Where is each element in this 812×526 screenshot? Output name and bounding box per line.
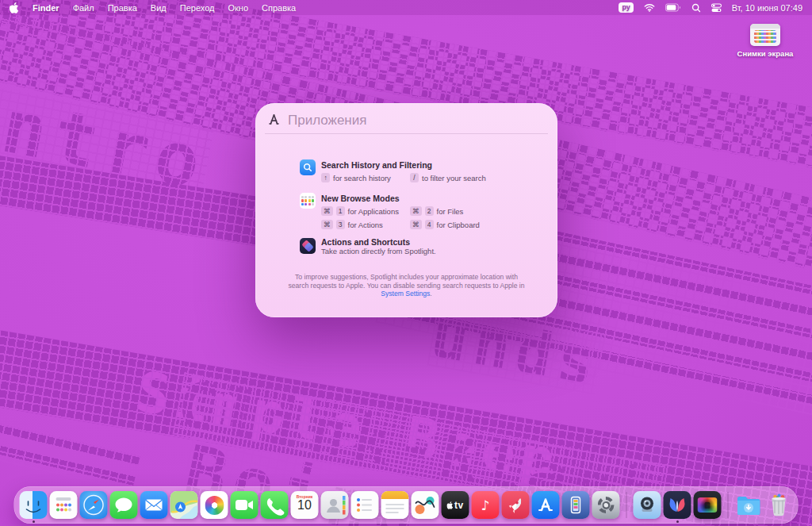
control-center-icon[interactable] [711,3,722,13]
dock-calendar-icon[interactable]: Вторник 10 [291,491,319,519]
dock-system-settings-icon[interactable] [592,491,620,519]
dock-facetime-icon[interactable] [231,491,259,519]
tip1-shortcut1: ↑ for search history [321,173,391,182]
menu-item-help[interactable]: Справка [262,3,296,13]
dock: Вторник 10 tv ♪ [14,486,799,524]
tip3-title: Actions and Shortcuts [321,237,410,247]
system-settings-link[interactable]: System Settings [381,290,430,298]
dock-graphics-app-icon[interactable] [664,491,691,519]
cmd-key: ⌘ [321,206,333,216]
dock-iphone-mirroring-icon[interactable] [562,491,590,519]
search-tip-icon [300,159,316,175]
cmd-key: ⌘ [410,206,422,216]
screenshots-stack[interactable]: Снимки экрана [730,24,801,58]
dock-messages-icon[interactable] [110,491,138,519]
menu-item-finder[interactable]: Finder [33,3,59,13]
tip2-shortcut2: ⌘ 2 for Files [410,206,463,216]
dock-reminders-icon[interactable] [351,491,379,519]
dock-app-store-icon[interactable] [532,491,560,519]
tip2-shortcut4: ⌘ 4 for Clipboard [410,220,480,229]
menu-item-file[interactable]: Файл [73,3,94,13]
tv-label: tv [454,500,464,511]
cmd-key: ⌘ [410,220,422,229]
search-icon[interactable] [691,3,701,13]
finder-running-dot [33,520,35,523]
key-4: 4 [425,220,434,229]
slash-key: / [410,173,419,182]
dock-camera-utility-icon[interactable] [634,491,661,519]
dock-mail-icon[interactable] [140,491,168,519]
dock-downloads-folder-icon[interactable] [735,491,763,519]
cmd-key: ⌘ [321,220,333,229]
music-note-icon: ♪ [472,491,500,519]
spotlight-search-placeholder[interactable]: Приложения [288,113,366,129]
thumbnail-titlebar [750,24,780,29]
dock-finder-icon[interactable] [20,491,48,519]
dock-music-icon[interactable]: ♪ [472,491,500,519]
dock-maps-icon[interactable] [170,491,198,519]
tip2-title: New Browse Modes [321,194,400,203]
dock-divider [728,492,729,518]
key-1: 1 [336,206,345,216]
spotlight-divider [265,133,548,134]
dock-media-viewer-icon[interactable] [694,491,722,519]
dock-rocket-app-icon[interactable] [502,491,530,519]
dock-apple-tv-icon[interactable]: tv [442,491,469,519]
battery-icon[interactable] [665,3,681,12]
dock-freeform-icon[interactable] [412,491,439,519]
menu-item-window[interactable]: Окно [228,3,248,13]
dock-apps-grid-icon[interactable] [50,491,78,519]
dock-trash-icon[interactable] [765,491,793,519]
wifi-icon[interactable] [644,3,655,12]
menu-bar: Finder Файл Правка Вид Переход Окно Спра… [0,0,812,15]
dock-safari-icon[interactable] [80,491,108,519]
input-source-badge[interactable]: ру [619,2,633,13]
thumbnail-content [754,30,776,43]
apple-menu-icon[interactable] [10,2,19,13]
dock-notes-icon[interactable] [381,491,409,519]
graphics-app-running-dot [676,520,679,523]
menubar-clock[interactable]: Вт, 10 июня 07:49 [732,3,802,13]
dock-contacts-icon[interactable] [321,491,349,519]
dock-photos-icon[interactable] [201,491,228,519]
dock-phone-icon[interactable] [261,491,289,519]
key-2: 2 [425,206,434,216]
tip2-shortcut1: ⌘ 1 for Applications [321,206,399,216]
menu-item-go[interactable]: Переход [180,3,215,13]
screenshot-thumbnail[interactable] [750,24,780,46]
menu-item-view[interactable]: Вид [151,3,167,13]
key-3: 3 [336,220,345,229]
calendar-day: 10 [291,498,319,513]
spotlight-window[interactable]: Приложения Search History and Filtering … [255,103,557,317]
shortcuts-app-icon [300,238,316,254]
up-arrow-key: ↑ [321,173,330,182]
menu-item-edit[interactable]: Правка [108,3,137,13]
tip1-title: Search History and Filtering [321,160,432,170]
screenshots-stack-label: Снимки экрана [730,49,801,58]
app-store-glyph-icon [267,113,281,129]
browse-modes-icon [300,193,316,209]
spotlight-search-bar[interactable]: Приложения [267,110,546,131]
dock-divider [626,492,627,518]
spotlight-footer: To improve suggestions, Spotlight includ… [271,273,542,298]
tip3-subtitle: Take action directly from Spotlight. [321,247,436,255]
tip1-shortcut2: / to filter your search [410,173,486,182]
tip2-shortcut3: ⌘ 3 for Actions [321,220,383,229]
